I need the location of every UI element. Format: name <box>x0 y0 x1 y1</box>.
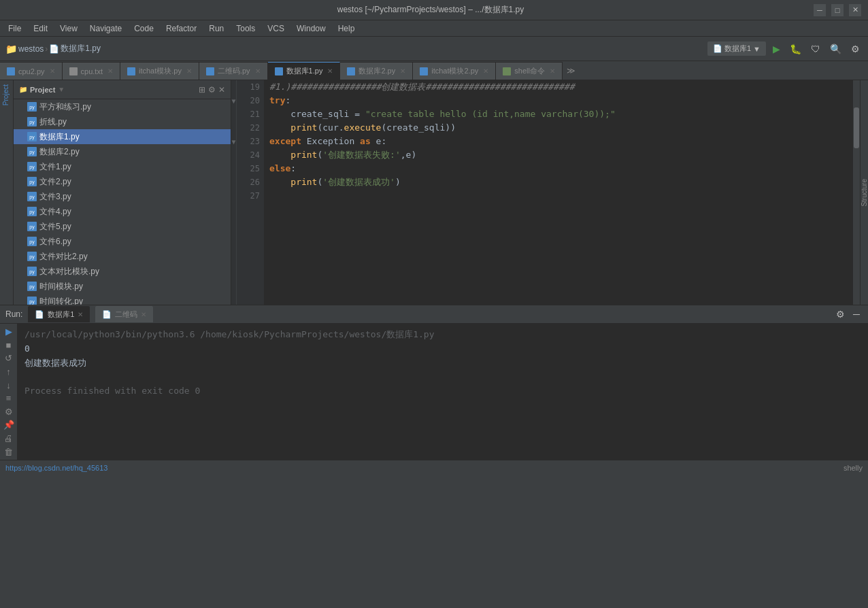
py-file-icon: py <box>27 267 37 276</box>
py-file-icon: py <box>27 162 37 171</box>
run-clear-button[interactable]: 🗑 <box>1 446 16 457</box>
py-file-icon: py <box>27 252 37 261</box>
tab-cputxt[interactable]: cpu.txt ✕ <box>63 62 120 80</box>
sidebar-file-tree: py 平方和练习.py py 折线.py py 数据库1.py py 数据库2.… <box>14 99 231 305</box>
tree-item-wenj2[interactable]: py 文件2.py <box>14 174 231 189</box>
editor-scrollbar[interactable] <box>853 80 860 305</box>
status-user: shelly <box>844 464 863 472</box>
run-print-button[interactable]: 🖨 <box>1 433 16 444</box>
search-everywhere-button[interactable]: 🔍 <box>827 42 844 56</box>
tree-item-zhexian[interactable]: py 折线.py <box>14 114 231 129</box>
tree-item-wenjdb2[interactable]: py 文件对比2.py <box>14 249 231 264</box>
tab-db2[interactable]: 数据库2.py ✕ <box>340 62 413 80</box>
editor-content[interactable]: ▼ ▼ 19 20 21 22 23 24 25 <box>231 80 860 305</box>
run-play-button[interactable]: ▶ <box>1 326 16 337</box>
run-output-zero: 0 <box>24 342 861 356</box>
tab-db1[interactable]: 数据库1.py ✕ <box>268 62 341 80</box>
coverage-button[interactable]: 🛡 <box>808 42 823 56</box>
tree-item-wenj1[interactable]: py 文件1.py <box>14 159 231 174</box>
py-file-icon: py <box>27 192 37 201</box>
menu-run[interactable]: Run <box>203 22 229 35</box>
structure-tab-label[interactable]: Structure <box>861 179 868 207</box>
tab-overflow-button[interactable]: ≫ <box>563 66 580 75</box>
run-pin-button[interactable]: 📌 <box>1 420 16 430</box>
tab-shell[interactable]: shell命令 ✕ <box>496 62 563 80</box>
code-line-27 <box>269 189 848 203</box>
tree-item-shijianzh[interactable]: py 时间转化.py <box>14 294 231 305</box>
tree-item-shijian[interactable]: py 时间模块.py <box>14 279 231 294</box>
main-area: Project 📁 Project ▼ ⊞ ⚙ ✕ py 平方和练习.py py… <box>0 80 868 305</box>
title-bar: westos [~/PycharmProjects/westos] – .../… <box>0 0 868 20</box>
tree-item-wenj4[interactable]: py 文件4.py <box>14 204 231 219</box>
run-filter-button[interactable]: ≡ <box>1 393 16 404</box>
run-output-success: 创建数据表成功 <box>24 356 861 371</box>
tab-close-itchat2[interactable]: ✕ <box>483 67 488 75</box>
run-panel: ▶ ■ ↺ ↑ ↓ ≡ ⚙ 📌 🖨 🗑 /usr/local/python3/b… <box>0 324 868 460</box>
run-panel-hide[interactable]: ─ <box>850 307 863 321</box>
tree-item-pingjun[interactable]: py 平方和练习.py <box>14 99 231 114</box>
run-tab-qrcode[interactable]: 📄 二维码 ✕ <box>95 306 153 322</box>
tab-close-cpu2[interactable]: ✕ <box>50 67 55 75</box>
menu-edit[interactable]: Edit <box>28 22 53 35</box>
sidebar-hide[interactable]: ✕ <box>218 85 225 95</box>
tree-item-db2[interactable]: py 数据库2.py <box>14 144 231 159</box>
tab-close-db2[interactable]: ✕ <box>400 67 405 75</box>
run-scroll-down[interactable]: ↓ <box>1 379 16 390</box>
run-scroll-up[interactable]: ↑ <box>1 367 16 377</box>
menu-window[interactable]: Window <box>291 22 331 35</box>
py-file-icon: py <box>27 102 37 112</box>
menu-tools[interactable]: Tools <box>231 22 261 35</box>
right-panel: Structure <box>860 80 868 305</box>
txt-file-icon <box>69 67 78 75</box>
scrollbar-thumb[interactable] <box>854 107 859 148</box>
tab-close-qrcode[interactable]: ✕ <box>255 67 261 75</box>
py-file-icon: py <box>27 117 37 126</box>
menu-file[interactable]: File <box>3 22 27 35</box>
run-output: /usr/local/python3/bin/python3.6 /home/k… <box>18 324 868 460</box>
run-tab-close-qrcode[interactable]: ✕ <box>141 311 146 318</box>
menu-view[interactable]: View <box>54 22 83 35</box>
sidebar-collapse-all[interactable]: ⊞ <box>199 85 205 95</box>
run-stop-button[interactable]: ■ <box>1 340 16 351</box>
project-panel-label[interactable]: Project <box>0 80 13 109</box>
run-tab-close-db1[interactable]: ✕ <box>78 311 83 318</box>
sidebar-settings[interactable]: ⚙ <box>208 85 216 95</box>
tree-item-db1[interactable]: py 数据库1.py <box>14 129 231 144</box>
run-tab-db1[interactable]: 📄 数据库1 ✕ <box>28 306 90 322</box>
run-settings-button[interactable]: ⚙ <box>1 407 16 418</box>
py-file-icon: py <box>27 222 37 231</box>
settings-button[interactable]: ⚙ <box>848 42 863 56</box>
tab-itchat2[interactable]: itchat模块2.py ✕ <box>413 62 496 80</box>
toolbar: 📁 westos › 📄 数据库1.py 📄 数据库1 ▼ ▶ 🐛 🛡 🔍 ⚙ <box>0 37 868 61</box>
menu-help[interactable]: Help <box>333 22 361 35</box>
menu-navigate[interactable]: Navigate <box>84 22 127 35</box>
run-rerun-button[interactable]: ↺ <box>1 353 16 364</box>
tree-item-wenj6[interactable]: py 文件6.py <box>14 234 231 249</box>
code-editor[interactable]: #1.)#################创建数据表##############… <box>264 80 853 305</box>
breadcrumb-project[interactable]: westos <box>18 44 44 54</box>
breadcrumb-file[interactable]: 数据库1.py <box>61 43 101 54</box>
menu-refactor[interactable]: Refactor <box>161 22 202 35</box>
tab-close-cputxt[interactable]: ✕ <box>107 67 113 75</box>
run-config-dropdown[interactable]: 📄 数据库1 ▼ <box>707 41 766 56</box>
menu-code[interactable]: Code <box>129 22 159 35</box>
tab-itchat[interactable]: itchat模块.py ✕ <box>120 62 199 80</box>
close-button[interactable]: ✕ <box>849 4 861 16</box>
tab-qrcode[interactable]: 二维码.py ✕ <box>199 62 268 80</box>
status-link[interactable]: https://blog.csdn.net/hq_45613 <box>5 464 107 472</box>
run-side-buttons: ▶ ■ ↺ ↑ ↓ ≡ ⚙ 📌 🖨 🗑 <box>0 324 18 460</box>
menu-vcs[interactable]: VCS <box>262 22 290 35</box>
tab-cpu2[interactable]: cpu2.py ✕ <box>0 62 63 80</box>
tree-item-wenj3[interactable]: py 文件3.py <box>14 189 231 204</box>
tab-close-shell[interactable]: ✕ <box>550 67 555 75</box>
run-button[interactable]: ▶ <box>770 42 783 56</box>
tree-item-wenj5[interactable]: py 文件5.py <box>14 219 231 234</box>
tab-close-db1[interactable]: ✕ <box>327 67 333 75</box>
run-panel-settings[interactable]: ⚙ <box>833 307 848 321</box>
maximize-button[interactable]: □ <box>831 4 844 16</box>
line-numbers: 19 20 21 22 23 24 25 26 27 <box>237 80 264 305</box>
tab-close-itchat[interactable]: ✕ <box>186 67 192 75</box>
minimize-button[interactable]: ─ <box>814 4 826 16</box>
tree-item-wenbdb[interactable]: py 文本对比模块.py <box>14 264 231 279</box>
debug-button[interactable]: 🐛 <box>787 42 804 56</box>
